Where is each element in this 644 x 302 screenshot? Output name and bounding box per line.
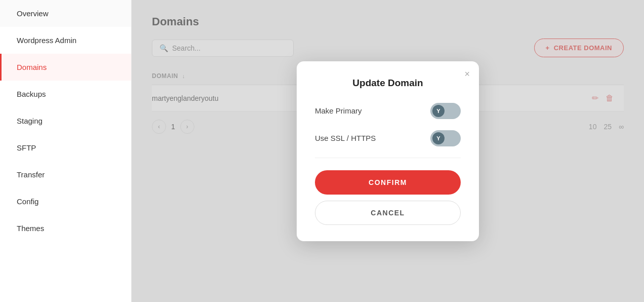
update-domain-modal: × Update Domain Make Primary Y Use SSL /… xyxy=(297,61,479,241)
use-ssl-toggle[interactable]: Y xyxy=(430,130,461,146)
make-primary-label: Make Primary xyxy=(315,106,362,115)
make-primary-track: Y xyxy=(430,103,461,119)
use-ssl-thumb: Y xyxy=(432,132,445,144)
make-primary-row: Make Primary Y xyxy=(315,103,461,119)
use-ssl-track: Y xyxy=(430,130,461,146)
confirm-button[interactable]: CONFIRM xyxy=(315,170,461,195)
modal-overlay: × Update Domain Make Primary Y Use SSL /… xyxy=(132,0,644,302)
modal-divider xyxy=(315,158,461,158)
main-area: Domains 🔍 + CREATE DOMAIN DOMAIN ↓ marty… xyxy=(132,0,644,302)
make-primary-toggle[interactable]: Y xyxy=(430,103,461,119)
sidebar-item-transfer[interactable]: Transfer xyxy=(0,161,131,188)
use-ssl-row: Use SSL / HTTPS Y xyxy=(315,130,461,146)
sidebar-item-wordpress-admin[interactable]: Wordpress Admin xyxy=(0,27,131,54)
cancel-button[interactable]: CANCEL xyxy=(315,201,461,225)
sidebar: Overview Wordpress Admin Domains Backups… xyxy=(0,0,132,302)
sidebar-item-themes[interactable]: Themes xyxy=(0,215,131,242)
modal-close-button[interactable]: × xyxy=(464,69,470,79)
modal-title: Update Domain xyxy=(315,78,461,89)
sidebar-item-sftp[interactable]: SFTP xyxy=(0,134,131,161)
sidebar-item-backups[interactable]: Backups xyxy=(0,81,131,107)
use-ssl-label: Use SSL / HTTPS xyxy=(315,134,376,142)
sidebar-item-domains[interactable]: Domains xyxy=(0,54,131,81)
sidebar-item-staging[interactable]: Staging xyxy=(0,107,131,134)
make-primary-thumb: Y xyxy=(432,105,445,117)
sidebar-item-overview[interactable]: Overview xyxy=(0,0,131,27)
sidebar-item-config[interactable]: Config xyxy=(0,188,131,215)
